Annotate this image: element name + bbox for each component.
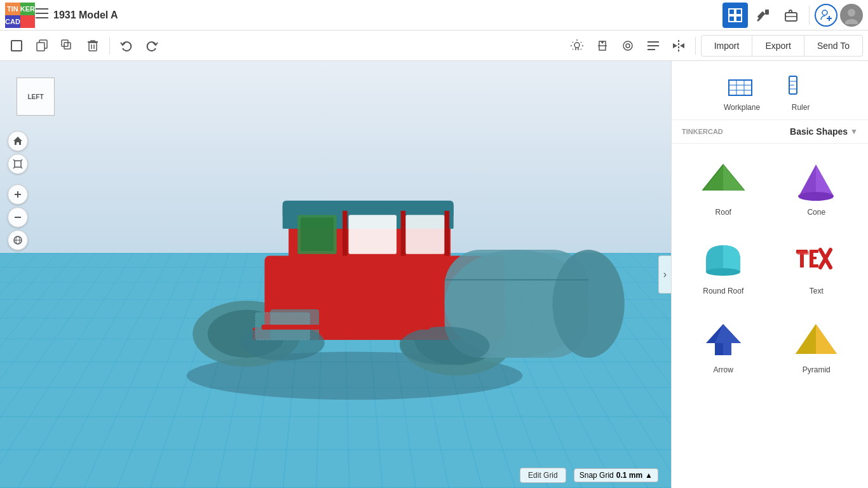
select-button[interactable]	[5, 34, 28, 57]
viewport[interactable]: LEFT	[0, 61, 671, 488]
svg-rect-17	[11, 41, 22, 51]
light-button[interactable]	[566, 34, 588, 57]
text-label: Text	[810, 287, 824, 295]
svg-marker-100	[816, 324, 837, 354]
svg-rect-60	[342, 211, 348, 256]
svg-rect-1	[36, 13, 48, 14]
add-user-button[interactable]	[815, 4, 837, 27]
arrow-label: Arrow	[714, 365, 733, 374]
view-ctrl-sep	[8, 177, 28, 182]
shape-align-button[interactable]	[591, 34, 614, 57]
shape-item-roof[interactable]: Roof	[679, 151, 768, 225]
shape-item-pyramid[interactable]: Pyramid	[773, 309, 861, 383]
nav-cube-label: LEFT	[28, 93, 44, 100]
hammer-view-btn[interactable]	[750, 3, 776, 28]
export-button[interactable]: Export	[752, 35, 804, 57]
collapse-panel-btn[interactable]: ›	[658, 255, 671, 294]
list-icon[interactable]	[36, 8, 48, 22]
shape-item-round-roof[interactable]: Round Roof	[679, 230, 768, 304]
zoom-in-btn[interactable]	[8, 184, 28, 205]
svg-point-28	[626, 44, 630, 48]
svg-rect-3	[729, 9, 735, 15]
zoom-out-btn[interactable]	[8, 207, 28, 227]
shape-lib-selector[interactable]: Basic Shapes ▼	[790, 126, 858, 137]
logo-t: TIN	[5, 3, 20, 15]
svg-rect-4	[736, 9, 742, 15]
svg-rect-61	[401, 211, 406, 256]
redo-button[interactable]	[140, 34, 163, 57]
svg-rect-57	[301, 217, 334, 251]
car-svg	[38, 112, 671, 412]
mirror-button[interactable]	[667, 34, 690, 57]
action-buttons: Import Export Send To	[701, 35, 863, 57]
delete-button[interactable]	[81, 34, 104, 57]
svg-rect-59	[405, 215, 444, 254]
perspective-btn[interactable]	[8, 230, 28, 250]
svg-rect-72	[729, 80, 752, 95]
logo-n: CAD	[5, 15, 20, 28]
duplicate-button[interactable]	[56, 34, 79, 57]
edit-grid-button[interactable]: Edit Grid	[520, 468, 566, 483]
align-button[interactable]	[642, 34, 665, 57]
svg-rect-0	[36, 8, 48, 10]
svg-rect-22	[89, 43, 97, 51]
ruler-tool[interactable]: Ruler	[785, 71, 816, 112]
svg-rect-20	[64, 43, 71, 49]
snap-grid-control[interactable]: Snap Grid 0.1 mm ▲	[574, 468, 658, 482]
app-title: 1931 Model A	[53, 10, 722, 21]
cone-label: Cone	[807, 208, 825, 217]
svg-rect-2	[36, 17, 48, 18]
home-view-btn[interactable]	[8, 131, 28, 151]
svg-point-15	[848, 9, 855, 17]
svg-point-12	[822, 10, 827, 15]
svg-marker-85	[816, 165, 834, 196]
lib-dropdown-icon: ▼	[850, 127, 858, 136]
svg-rect-96	[797, 251, 809, 255]
nav-cube-face: LEFT	[17, 78, 55, 116]
logo-k	[20, 15, 35, 28]
ruler-label: Ruler	[792, 103, 810, 112]
copy-button[interactable]	[31, 34, 53, 57]
round-roof-icon	[698, 238, 749, 283]
round-roof-label: Round Roof	[703, 287, 743, 295]
svg-rect-8	[765, 10, 769, 15]
svg-rect-93	[810, 264, 818, 268]
shape-item-arrow[interactable]: Arrow	[679, 309, 768, 383]
bottom-bar: Edit Grid Snap Grid 0.1 mm ▲	[520, 468, 658, 483]
toolbar: Import Export Send To	[0, 30, 868, 61]
snap-grid-arrow-icon: ▲	[645, 471, 653, 480]
suitcase-view-btn[interactable]	[778, 3, 804, 28]
svg-point-25	[574, 43, 580, 48]
view-controls	[8, 131, 28, 250]
shape-item-cone[interactable]: Cone	[773, 151, 861, 225]
shapes-grid: Roof Cone	[672, 144, 868, 488]
svg-rect-91	[810, 250, 818, 253]
svg-marker-101	[796, 324, 816, 354]
workplane-tool[interactable]: Workplane	[724, 71, 760, 112]
svg-point-69	[400, 327, 490, 365]
svg-marker-33	[673, 43, 677, 48]
ruler-icon	[785, 71, 816, 99]
topbar-sep	[809, 6, 810, 25]
lib-section-label: Tinkercad	[682, 128, 723, 135]
collapse-icon: ›	[663, 269, 667, 280]
svg-rect-5	[729, 16, 735, 22]
svg-rect-92	[810, 257, 817, 259]
car-scene	[38, 112, 671, 412]
topbar: TIN KER CAD 1931 Model A	[0, 0, 868, 30]
grid-view-btn[interactable]	[722, 3, 748, 28]
logo[interactable]: TIN KER CAD	[5, 3, 31, 28]
shape-group-button[interactable]	[616, 34, 639, 57]
snap-grid-label: Snap Grid	[580, 471, 614, 480]
fit-view-btn[interactable]	[8, 154, 28, 174]
import-button[interactable]: Import	[701, 35, 753, 57]
lib-selected-label: Basic Shapes	[790, 126, 848, 137]
sendto-button[interactable]: Send To	[804, 35, 863, 57]
avatar[interactable]	[840, 4, 863, 27]
undo-button[interactable]	[115, 34, 138, 57]
workplane-label: Workplane	[724, 103, 760, 112]
svg-rect-35	[15, 161, 21, 167]
topbar-right	[722, 3, 863, 28]
shape-item-text[interactable]: Text	[773, 230, 861, 304]
svg-point-87	[706, 268, 740, 276]
